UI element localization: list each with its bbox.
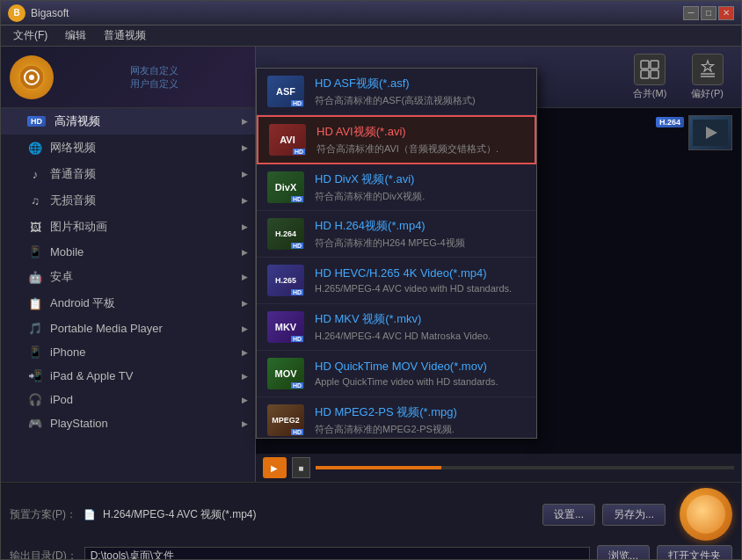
sidebar-item-label: PlayStation xyxy=(50,417,108,430)
merge-button[interactable]: 合并(M) xyxy=(624,50,676,104)
timeline-progress xyxy=(316,466,441,469)
h265-title: HD HEVC/H.265 4K Video(*.mp4) xyxy=(315,266,527,280)
play-button[interactable]: ▶ xyxy=(263,457,287,478)
iphone-icon: 📱 xyxy=(27,345,43,359)
lossless-icon: ♫ xyxy=(27,194,43,207)
submenu-item-mpeg2[interactable]: MPEG2 HD HD MPEG2-PS 视频(*.mpg) 符合高清标准的MP… xyxy=(257,397,536,438)
mpeg2-desc: 符合高清标准的MPEG2-PS视频. xyxy=(315,423,527,435)
menu-file[interactable]: 文件(F) xyxy=(6,26,55,45)
sidebar-item-label: Mobile xyxy=(50,245,84,258)
sidebar-item-label: 图片和动画 xyxy=(50,219,107,235)
title-bar-left: B Bigasoft xyxy=(8,4,69,22)
submenu-item-mov[interactable]: MOV HD HD QuickTime MOV Video(*.mov) App… xyxy=(257,351,536,397)
sidebar-item-label: 普通音频 xyxy=(50,166,96,182)
submenu-panel: ASF HD HD ASF视频(*.asf) 符合高清标准的ASF(高级流视频格… xyxy=(256,68,537,439)
mov-desc: Apple QuickTime video with HD standards. xyxy=(315,375,527,388)
pmp-icon: 🎵 xyxy=(27,322,43,335)
h264-badge: H.264 xyxy=(656,117,684,127)
svg-rect-3 xyxy=(641,61,649,69)
bottom-bar: 预置方案(P)： 📄 H.264/MPEG-4 AVC 视频(*.mp4) 设置… xyxy=(1,482,741,560)
h264-format-icon: H.264 HD xyxy=(266,216,306,251)
app-logo: B xyxy=(8,4,25,22)
mpeg2-title: HD MPEG2-PS 视频(*.mpg) xyxy=(315,404,527,420)
prefs-button[interactable]: 偏好(P) xyxy=(682,50,732,104)
sidebar-item-normal-audio[interactable]: ♪ 普通音频 xyxy=(1,161,255,187)
playback-bar: ▶ ■ xyxy=(256,454,741,482)
sidebar-item-lossless-audio[interactable]: ♫ 无损音频 xyxy=(1,187,255,214)
open-folder-button[interactable]: 打开文件夹 xyxy=(657,545,732,560)
saveas-button[interactable]: 另存为... xyxy=(602,504,666,526)
submenu-item-mkv[interactable]: MKV HD HD MKV 视频(*.mkv) H.264/MPEG-4 AVC… xyxy=(257,304,536,351)
playstation-icon: 🎮 xyxy=(27,417,43,430)
submenu-item-asf[interactable]: ASF HD HD ASF视频(*.asf) 符合高清标准的ASF(高级流视频格… xyxy=(257,69,536,115)
mov-format-icon: MOV HD xyxy=(266,356,306,391)
stop-button[interactable]: ■ xyxy=(292,457,311,478)
title-bar: B Bigasoft ─ □ ✕ xyxy=(1,1,741,25)
prefs-label: 偏好(P) xyxy=(691,87,724,100)
menu-normal-video[interactable]: 普通视频 xyxy=(97,26,153,45)
ipad-icon: 📲 xyxy=(27,369,43,382)
sidebar-menu: HD 高清视频 🌐 网络视频 ♪ 普通音频 ♫ 无损音频 🖼 图片和动画 xyxy=(1,108,255,482)
mkv-desc: H.264/MPEG-4 AVC HD Matroska Video. xyxy=(315,330,527,342)
preset-value: H.264/MPEG-4 AVC 视频(*.mp4) xyxy=(103,507,535,522)
output-path-input[interactable] xyxy=(84,547,590,561)
sidebar-item-label: 安卓 xyxy=(50,269,73,285)
h265-format-icon: H.265 HD xyxy=(266,263,306,298)
menu-bar: 文件(F) 编辑 普通视频 xyxy=(1,25,741,47)
divx-format-icon: DivX HD xyxy=(266,170,306,205)
sidebar-item-net-video[interactable]: 🌐 网络视频 xyxy=(1,135,255,161)
sidebar-item-photo-anim[interactable]: 🖼 图片和动画 xyxy=(1,214,255,240)
avi-title: HD AVI视频(*.avi) xyxy=(316,124,526,140)
browse-button[interactable]: 浏览... xyxy=(597,545,650,560)
sidebar-item-hd-video[interactable]: HD 高清视频 xyxy=(1,108,255,135)
main-content: 网友自定义 用户自定义 HD 高清视频 🌐 网络视频 ♪ xyxy=(1,47,741,482)
convert-button[interactable] xyxy=(680,488,732,541)
output-row: 输出目录(D)： 浏览... 打开文件夹 xyxy=(10,545,732,560)
sidebar-item-ipod[interactable]: 🎧 iPod xyxy=(1,388,255,411)
asf-title: HD ASF视频(*.asf) xyxy=(315,76,527,91)
sidebar-item-iphone[interactable]: 📱 iPhone xyxy=(1,340,255,364)
menu-edit[interactable]: 编辑 xyxy=(58,26,93,45)
sidebar-item-label: iPhone xyxy=(50,345,85,359)
maximize-button[interactable]: □ xyxy=(701,6,717,20)
app-window: B Bigasoft ─ □ ✕ 文件(F) 编辑 普通视频 xyxy=(0,0,742,560)
svg-rect-5 xyxy=(641,70,649,78)
submenu-item-divx[interactable]: DivX HD HD DivX 视频(*.avi) 符合高清标准的DivX视频. xyxy=(257,164,536,211)
preset-label: 预置方案(P)： xyxy=(10,507,76,522)
watermark: 网友自定义 用户自定义 xyxy=(62,64,246,91)
sidebar-item-label: Android 平板 xyxy=(50,295,115,311)
avi-desc: 符合高清标准的AVI（音频视频交错格式）. xyxy=(316,142,526,155)
mkv-title: HD MKV 视频(*.mkv) xyxy=(315,311,527,327)
merge-label: 合并(M) xyxy=(633,87,667,100)
minimize-button[interactable]: ─ xyxy=(683,6,699,20)
timeline[interactable] xyxy=(316,466,734,469)
h264-desc: 符合高清标准的H264 MPEG-4视频 xyxy=(315,236,527,249)
submenu-item-h264[interactable]: H.264 HD HD H.264视频(*.mp4) 符合高清标准的H264 M… xyxy=(257,211,536,258)
sidebar-item-playstation[interactable]: 🎮 PlayStation xyxy=(1,411,255,435)
divx-title: HD DivX 视频(*.avi) xyxy=(315,171,527,187)
music-icon: ♪ xyxy=(27,168,43,181)
app-title: Bigasoft xyxy=(31,7,69,19)
settings-button[interactable]: 设置... xyxy=(542,504,595,526)
avi-format-icon: AVI HD xyxy=(267,122,308,157)
sidebar-item-ipad[interactable]: 📲 iPad & Apple TV xyxy=(1,364,255,388)
submenu-item-avi[interactable]: AVI HD HD AVI视频(*.avi) 符合高清标准的AVI（音频视频交错… xyxy=(257,115,536,164)
android-icon: 🤖 xyxy=(27,271,43,284)
sidebar-item-android[interactable]: 🤖 安卓 xyxy=(1,264,255,290)
prefs-icon xyxy=(692,54,724,85)
asf-format-icon: ASF HD xyxy=(266,74,306,109)
photo-icon: 🖼 xyxy=(27,221,43,234)
svg-point-2 xyxy=(29,75,34,80)
sidebar-item-pmp[interactable]: 🎵 Portable Media Player xyxy=(1,316,255,340)
ipod-icon: 🎧 xyxy=(27,393,43,406)
sidebar-item-label: 高清视频 xyxy=(55,113,100,129)
asf-desc: 符合高清标准的ASF(高级流视频格式) xyxy=(315,94,527,106)
window-controls: ─ □ ✕ xyxy=(683,6,734,20)
submenu-item-h265[interactable]: H.265 HD HD HEVC/H.265 4K Video(*.mp4) H… xyxy=(257,258,536,304)
sidebar-item-label: 无损音频 xyxy=(50,193,96,208)
sidebar-logo xyxy=(10,55,54,99)
mkv-format-icon: MKV HD xyxy=(266,309,306,345)
sidebar-item-mobile[interactable]: 📱 Mobile xyxy=(1,240,255,264)
sidebar-item-android-pad[interactable]: 📋 Android 平板 xyxy=(1,290,255,316)
close-button[interactable]: ✕ xyxy=(718,6,734,20)
